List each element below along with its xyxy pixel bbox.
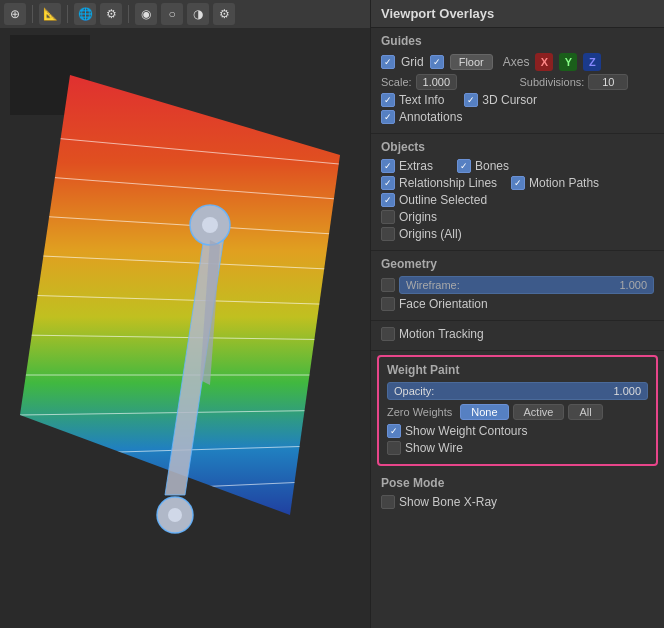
show-wire-row: Show Wire	[387, 441, 648, 455]
cursor-3d-checkbox[interactable]	[464, 93, 478, 107]
wireframe-row: Wireframe: 1.000	[381, 276, 654, 294]
viewport-shading-icon[interactable]: 📐	[39, 3, 61, 25]
bones-label: Bones	[475, 159, 509, 173]
text-info-label: Text Info	[399, 93, 444, 107]
show-bone-xray-checkbox[interactable]	[381, 495, 395, 509]
wireframe-field[interactable]: Wireframe: 1.000	[399, 276, 654, 294]
outline-selected-row: Outline Selected	[381, 193, 654, 207]
zero-weights-none-button[interactable]: None	[460, 404, 508, 420]
zero-weights-row: Zero Weights None Active All	[387, 404, 648, 420]
geometry-title: Geometry	[381, 257, 654, 271]
floor-checkbox[interactable]	[430, 55, 444, 69]
subdivisions-field-container: Subdivisions: 10	[520, 74, 655, 90]
opacity-field[interactable]: Opacity: 1.000	[387, 382, 648, 400]
relationship-lines-checkbox[interactable]	[381, 176, 395, 190]
cursor-3d-label: 3D Cursor	[482, 93, 537, 107]
svg-point-16	[202, 217, 218, 233]
annotations-row: Annotations	[381, 110, 654, 124]
origins-all-row: Origins (All)	[381, 227, 654, 241]
subdivisions-value[interactable]: 10	[588, 74, 628, 90]
weight-paint-section: Weight Paint Opacity: 1.000 Zero Weights…	[377, 355, 658, 466]
grid-checkbox[interactable]	[381, 55, 395, 69]
guides-section: Guides Grid Floor Axes X Y Z Scale: 1.00…	[371, 28, 664, 134]
motion-paths-checkbox[interactable]	[511, 176, 525, 190]
opacity-value: 1.000	[613, 385, 641, 397]
motion-tracking-label: Motion Tracking	[399, 327, 484, 341]
face-orientation-label: Face Orientation	[399, 297, 488, 311]
zero-weights-active-button[interactable]: Active	[513, 404, 565, 420]
viewport[interactable]: ⊕ 📐 🌐 ⚙ ◉ ○ ◑ ⚙	[0, 0, 370, 628]
motion-tracking-section: Motion Tracking	[371, 321, 664, 351]
toolbar-sep-1	[32, 5, 33, 23]
origins-label: Origins	[399, 210, 437, 224]
face-orientation-checkbox[interactable]	[381, 297, 395, 311]
floor-badge[interactable]: Floor	[450, 54, 493, 70]
gizmo-icon[interactable]: ⚙	[100, 3, 122, 25]
panel-title: Viewport Overlays	[371, 0, 664, 28]
origins-checkbox[interactable]	[381, 210, 395, 224]
outline-selected-label: Outline Selected	[399, 193, 487, 207]
weight-paint-title: Weight Paint	[387, 363, 648, 377]
opacity-label: Opacity:	[394, 385, 434, 397]
axis-x-button[interactable]: X	[535, 53, 553, 71]
annotations-label: Annotations	[399, 110, 462, 124]
extras-checkbox[interactable]	[381, 159, 395, 173]
pose-mode-title: Pose Mode	[381, 476, 654, 490]
objects-section: Objects Extras Bones Relationship Lines …	[371, 134, 664, 251]
axis-z-button[interactable]: Z	[583, 53, 601, 71]
viewport-overlays-panel: Viewport Overlays Guides Grid Floor Axes…	[370, 0, 664, 628]
text-info-checkbox[interactable]	[381, 93, 395, 107]
toolbar-sep-2	[67, 5, 68, 23]
solid-icon[interactable]: ◉	[135, 3, 157, 25]
extras-bones-row: Extras Bones	[381, 159, 654, 173]
guides-title: Guides	[381, 34, 654, 48]
subdivisions-label: Subdivisions:	[520, 76, 585, 88]
zero-weights-all-button[interactable]: All	[568, 404, 602, 420]
wireframe-checkbox[interactable]	[381, 278, 395, 292]
show-weight-contours-checkbox[interactable]	[387, 424, 401, 438]
wireframe-value: 1.000	[619, 279, 647, 291]
show-bone-xray-row: Show Bone X-Ray	[381, 495, 654, 509]
rendered-icon[interactable]: ◑	[187, 3, 209, 25]
origins-all-label: Origins (All)	[399, 227, 462, 241]
relationship-lines-label: Relationship Lines	[399, 176, 497, 190]
show-wire-label: Show Wire	[405, 441, 463, 455]
motion-paths-label: Motion Paths	[529, 176, 599, 190]
bones-checkbox[interactable]	[457, 159, 471, 173]
motion-tracking-checkbox[interactable]	[381, 327, 395, 341]
extras-label: Extras	[399, 159, 433, 173]
motion-tracking-row: Motion Tracking	[381, 327, 654, 341]
axis-y-button[interactable]: Y	[559, 53, 577, 71]
select-icon[interactable]: ⊕	[4, 3, 26, 25]
viewport-toolbar: ⊕ 📐 🌐 ⚙ ◉ ○ ◑ ⚙	[0, 0, 370, 28]
outline-selected-checkbox[interactable]	[381, 193, 395, 207]
guides-grid-floor-row: Grid Floor Axes X Y Z	[381, 53, 654, 71]
relationship-motion-row: Relationship Lines Motion Paths	[381, 176, 654, 190]
face-orientation-row: Face Orientation	[381, 297, 654, 311]
scale-value[interactable]: 1.000	[416, 74, 458, 90]
text-info-cursor-row: Text Info 3D Cursor	[381, 93, 654, 107]
pose-mode-section: Pose Mode Show Bone X-Ray	[371, 470, 664, 518]
svg-point-18	[168, 508, 182, 522]
scale-label: Scale:	[381, 76, 412, 88]
grid-label: Grid	[401, 55, 424, 69]
material-icon[interactable]: ○	[161, 3, 183, 25]
origins-row: Origins	[381, 210, 654, 224]
show-bone-xray-label: Show Bone X-Ray	[399, 495, 497, 509]
zero-weights-label: Zero Weights	[387, 406, 452, 418]
3d-viewport-canvas	[10, 35, 350, 595]
opacity-row: Opacity: 1.000	[387, 382, 648, 400]
wireframe-label: Wireframe:	[406, 279, 460, 291]
geometry-section: Geometry Wireframe: 1.000 Face Orientati…	[371, 251, 664, 321]
scale-field-container: Scale: 1.000	[381, 74, 516, 90]
origins-all-checkbox[interactable]	[381, 227, 395, 241]
annotations-checkbox[interactable]	[381, 110, 395, 124]
show-weight-contours-row: Show Weight Contours	[387, 424, 648, 438]
overlay-icon[interactable]: 🌐	[74, 3, 96, 25]
settings-icon[interactable]: ⚙	[213, 3, 235, 25]
show-weight-contours-label: Show Weight Contours	[405, 424, 528, 438]
show-wire-checkbox[interactable]	[387, 441, 401, 455]
axes-label: Axes	[503, 55, 530, 69]
objects-title: Objects	[381, 140, 654, 154]
scale-subdivisions-row: Scale: 1.000 Subdivisions: 10	[381, 74, 654, 90]
